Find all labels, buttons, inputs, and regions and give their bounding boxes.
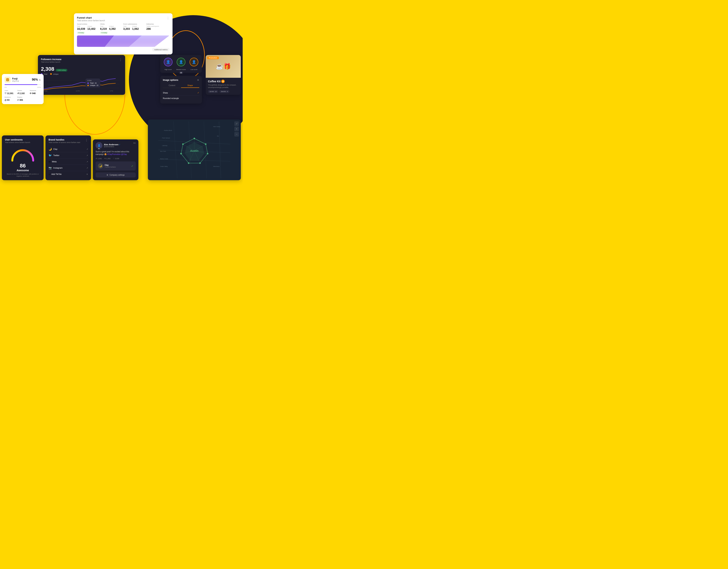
- followers-legend: Total Unique: [41, 73, 122, 75]
- fooji-stat-likes: Likes ♡ 12,301: [5, 90, 16, 95]
- reply-icon: ⟲: [104, 158, 106, 159]
- tweet-avatar: 👤 83: [96, 142, 102, 149]
- instagram-external-icon[interactable]: ↗: [86, 167, 88, 169]
- funnel-metric-forms-label: Form submissions: [123, 23, 146, 25]
- followers-title: Followers increase: [41, 58, 61, 61]
- promo-tags: 1st Kit - 12 2nd Kit - 4: [208, 90, 238, 93]
- fooji-logo: 🍔: [5, 77, 11, 83]
- legend-total-label: Total: [44, 73, 47, 75]
- promo-number: 16: [221, 80, 225, 83]
- promo-tag-1: 1st Kit - 12: [208, 90, 218, 93]
- fooji-progress-bar: [5, 84, 41, 85]
- brand-item-tiktok[interactable]: ♪ Add TikTok +: [49, 171, 88, 177]
- tweet-like[interactable]: ♡ 3,039: [113, 158, 119, 159]
- brand-item-instagram[interactable]: 📷 Instagram ↗: [49, 165, 88, 171]
- funnel-chart-card: Funnel chart Total actions since fanfare…: [74, 13, 173, 54]
- tab-shape[interactable]: Shape: [181, 83, 199, 88]
- fooji-expand-icon[interactable]: ∧: [39, 78, 41, 82]
- additional-metrics-btn[interactable]: Additional metrics: [152, 48, 169, 51]
- map-radar-area: Austin Hudson Bend New Caney Point Ventu…: [148, 119, 241, 180]
- score-high-label: High score: [164, 69, 173, 70]
- gauge-label: Awesome: [5, 169, 41, 172]
- like-icon: ♡: [113, 158, 114, 159]
- scores-card: 👤 83 High score 👤 4 Medium score 👤 12 Lo…: [160, 55, 202, 73]
- tweet-retweet[interactable]: ↺ 2,391: [96, 158, 102, 159]
- svg-text:Hudson Bend: Hudson Bend: [164, 130, 172, 131]
- meta-name: Meta: [52, 160, 56, 163]
- clay-external-icon[interactable]: ↗: [86, 148, 88, 150]
- clicks-unique-label: Unique: [109, 25, 116, 27]
- clay-icon: 🌙: [49, 147, 52, 151]
- funnel-metric-deliveries-label: Deliveries: [146, 23, 169, 25]
- fooji-progress-fill: [5, 84, 37, 85]
- clicks-badge: +2 today: [100, 32, 108, 34]
- map-zoom-out-button[interactable]: −: [234, 132, 239, 136]
- forms-total-value: 3,203: [123, 27, 130, 30]
- brand-menu-icon[interactable]: ⋮: [85, 138, 88, 142]
- followers-number: 2,308: [41, 66, 54, 72]
- gauge-area: [9, 146, 36, 160]
- brand-item-meta[interactable]: ∞ Meta ↗: [49, 158, 88, 165]
- deliveries-twitter-label: Twitter participants: [146, 25, 159, 27]
- tiktok-name: Add TikTok: [51, 173, 62, 175]
- brand-item-clay[interactable]: 🌙 Clay ↗: [49, 146, 88, 152]
- tab-content[interactable]: Content: [163, 83, 181, 88]
- followers-menu-icon[interactable]: ⋮: [119, 58, 122, 62]
- meta-icon: ∞: [49, 160, 50, 163]
- score-high: 👤 83 High score: [164, 58, 173, 70]
- option-sharp[interactable]: Sharp ✓: [163, 90, 199, 96]
- fooji-stat-retweets: Retweets ⟳ 948: [30, 90, 41, 95]
- funnel-chart-title: Funnel chart: [77, 16, 105, 19]
- clay-status-sub: 3 active fanfares: [105, 166, 116, 168]
- social-unique-label: Unique: [87, 25, 96, 27]
- svg-text:Bee Cave: Bee Cave: [160, 151, 166, 152]
- svg-text:Cedar Valley: Cedar Valley: [160, 166, 168, 167]
- tweet-reply[interactable]: ⟲ 1,392: [104, 158, 111, 159]
- tooltip-total-label: Total: [90, 82, 93, 84]
- tweet-hashtag[interactable]: #ClayPromotion: [107, 153, 121, 155]
- company-settings-label: Company settings: [109, 174, 125, 176]
- tooltip-time: 8 PM: [87, 80, 98, 82]
- score-low-avatar: 👤 12: [190, 58, 198, 66]
- verified-icon: ✓: [119, 143, 120, 146]
- deliveries-value: 286: [146, 27, 151, 30]
- option-rounded-label: Rounded rectangle: [163, 97, 179, 99]
- tweet-handle: @alexandera: [104, 146, 120, 147]
- fooji-stat-tweets: Tweets ↺ 2,102: [17, 90, 28, 95]
- svg-text:12 PM: 12 PM: [76, 90, 80, 92]
- clicks-total-label: Total: [100, 25, 107, 27]
- option-rounded[interactable]: Rounded rectangle: [163, 96, 199, 101]
- funnel-metric-social-label: Social entries: [77, 23, 100, 25]
- score-medium: 👤 4 Medium score: [176, 58, 186, 70]
- image-options-card: Image options ✕ Content Shape Sharp ✓ Ro…: [160, 76, 202, 103]
- tweet-score-badge: 83: [97, 147, 101, 150]
- tweet-actions: ↺ 2,391 ⟲ 1,392 ♡ 3,039: [96, 158, 136, 159]
- map-card: ⤢ + −: [148, 119, 241, 180]
- promo-title: Coffee Kit: [208, 80, 220, 83]
- map-zoom-in-button[interactable]: +: [234, 127, 239, 131]
- svg-text:12 AM: 12 AM: [44, 90, 47, 92]
- followers-badge: +386 today: [56, 69, 67, 71]
- svg-text:Manchaca: Manchaca: [213, 166, 219, 167]
- progress-min: 0%: [5, 86, 7, 88]
- image-options-title: Image options: [163, 79, 178, 81]
- tiktok-add-icon[interactable]: +: [86, 172, 88, 176]
- fooji-stats: Likes ♡ 12,301 Tweets ↺ 2,102 Retweets ⟳…: [5, 90, 41, 101]
- twitter-external-icon[interactable]: ↗: [86, 154, 88, 156]
- funnel-menu-icon[interactable]: ⋮: [166, 16, 169, 20]
- brand-item-twitter[interactable]: 🐦 Twitter ↗: [49, 152, 88, 158]
- chart-tooltip: 8 PM Total 24 Unique 22: [86, 78, 100, 87]
- reply-count: 1,392: [106, 158, 111, 159]
- tweet-mention[interactable]: @Clay: [121, 153, 127, 155]
- social-total-label: Total: [77, 25, 85, 27]
- tweet-user: 👤 83 Alex Andersen ✓ @alexandera 6m: [96, 142, 136, 149]
- map-expand-button[interactable]: ⤢: [234, 121, 239, 126]
- company-settings-button[interactable]: ⚙ Company settings: [96, 172, 136, 177]
- meta-external-icon[interactable]: ↗: [86, 161, 88, 163]
- close-button[interactable]: ✕: [197, 78, 199, 82]
- sentiments-title: User sentiments: [5, 138, 41, 141]
- funnel-metric-deliveries: Deliveries Twitter participants 286: [146, 23, 169, 34]
- map-controls: ⤢ + −: [234, 121, 239, 136]
- fooji-handle: @gofooji: [12, 80, 19, 82]
- followers-card: Followers increase Total since fanfare l…: [38, 55, 125, 95]
